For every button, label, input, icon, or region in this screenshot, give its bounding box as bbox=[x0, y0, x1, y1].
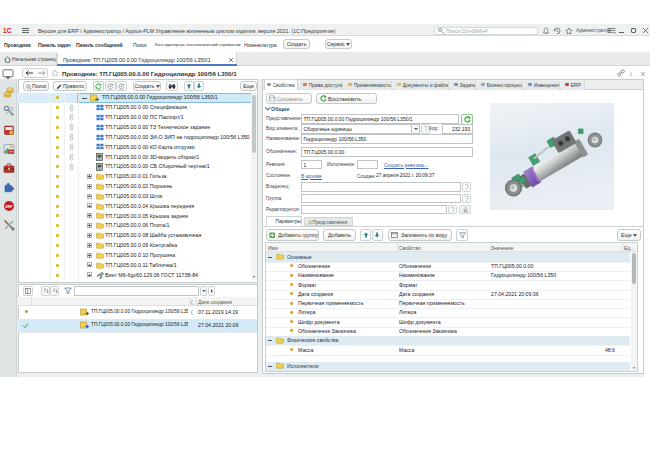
svg-text:ERP: ERP bbox=[5, 205, 13, 209]
